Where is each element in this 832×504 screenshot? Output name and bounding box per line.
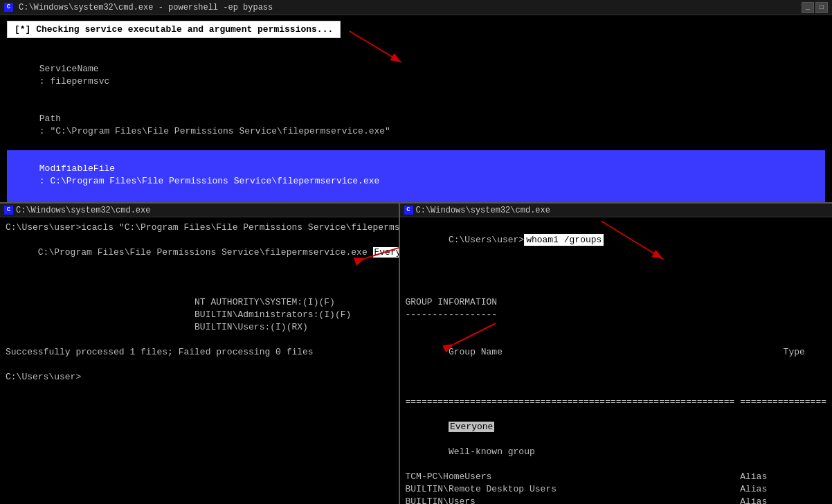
cmd-icon-left: C [4,206,13,215]
group-row-0: TCM-PC\HomeUsers Alias [406,471,827,483]
arrow-whoami [594,217,677,266]
top-title-text: C:\Windows\system32\cmd.exe - powershell… [19,3,273,12]
builtin-users-line: BUILTIN\Users:(I)(RX) [6,321,393,334]
title-controls[interactable]: _ □ [802,2,828,13]
whoami-highlight: whoami /groups [524,234,604,246]
icacls-result-line: C:\Program Files\File Permissions Servic… [6,234,393,296]
group-divider: ----------------- [406,309,827,321]
cmd-icon-top: C [4,3,13,12]
title-left: C C:\Windows\system32\cmd.exe - powershe… [4,3,273,12]
minimize-button[interactable]: _ [802,2,814,13]
bottom-left-titlebar: C C:\Windows\system32\cmd.exe [0,204,399,217]
everyone-badge-right: Everyone [449,422,494,432]
bottom-right-terminal: C:\Users\user>whoami /groups GROUP INFOR… [400,217,833,504]
everyone-row: Everyone Well-known group [406,408,827,471]
success-line: Successfully processed 1 files; Failed p… [6,346,393,359]
blank-right-2 [406,321,827,334]
bottom-split: C C:\Windows\system32\cmd.exe C:\Users\u… [0,202,832,504]
icacls-command: C:\Users\user>icacls "C:\Program Files\F… [6,222,393,234]
row-servicename: ServiceName : filepermsvc [7,51,825,100]
blank-line-2 [6,359,393,371]
col-divider: ========================================… [406,396,827,408]
checking-line: [*] Checking service executable and argu… [7,21,341,38]
bottom-right-titlebar: C C:\Windows\system32\cmd.exe [400,204,833,217]
builtin-admin-line: BUILTIN\Administrators:(I)(F) [6,309,393,321]
row-modifiable-file: ModifiableFile : C:\Program Files\File P… [7,150,825,202]
bottom-left-prompt: C:\Users\user> [6,371,393,384]
bottom-right-wrapper: C C:\Windows\system32\cmd.exe C:\Users\u… [400,204,833,504]
row-path: Path : "C:\Program Files\File Permission… [7,100,825,150]
bottom-left-title: C:\Windows\system32\cmd.exe [16,206,150,215]
maximize-button[interactable]: □ [815,2,828,13]
group-row-2: BUILTIN\Users Alias [406,496,827,504]
cmd-icon-right: C [404,206,413,215]
group-info-header: GROUP INFORMATION [406,296,827,309]
top-titlebar: C C:\Windows\system32\cmd.exe - powershe… [0,0,832,15]
bottom-right-title: C:\Windows\system32\cmd.exe [416,206,550,215]
blank-right-1 [406,284,827,296]
blank-line-1 [6,334,393,346]
col-headers: Group Name Type [406,334,827,396]
group-row-1: BUILTIN\Remote Desktop Users Alias [406,483,827,496]
everyone-badge-left: Everyone:(F) [373,247,400,258]
nt-system-line: NT AUTHORITY\SYSTEM:(I)(F) [6,296,393,309]
bottom-left-terminal: C C:\Windows\system32\cmd.exe C:\Users\u… [0,204,400,504]
whoami-command-line: C:\Users\user>whoami /groups [406,222,827,284]
top-terminal: [*] Checking service executable and argu… [0,15,832,202]
